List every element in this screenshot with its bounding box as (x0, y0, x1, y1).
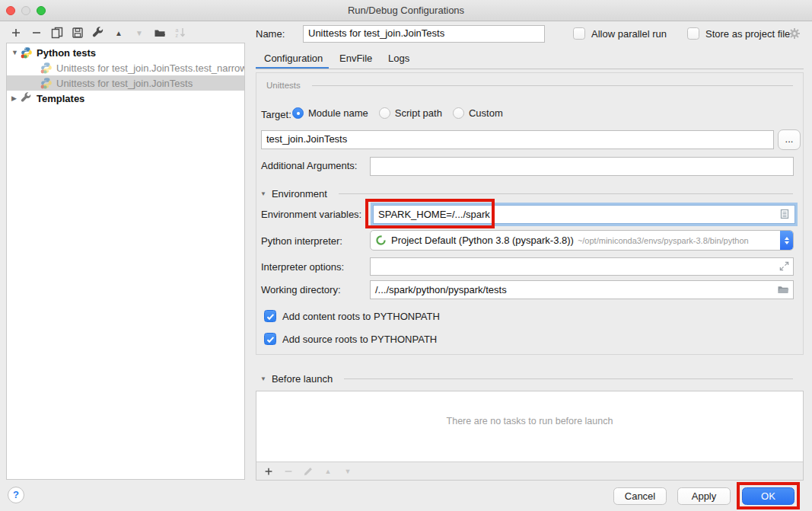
templates-wrench-icon (21, 92, 33, 104)
module-name-radio-label[interactable]: Module name (308, 107, 368, 119)
script-path-radio-label[interactable]: Script path (395, 107, 442, 119)
custom-radio-label[interactable]: Custom (469, 107, 503, 119)
add-source-roots-label[interactable]: Add source roots to PYTHONPATH (282, 334, 437, 345)
tree-item-label: Templates (37, 93, 84, 104)
svg-text:a: a (176, 27, 179, 33)
before-launch-section-label: Before launch (272, 373, 333, 385)
before-launch-panel: There are no tasks to run before launch … (256, 391, 804, 481)
tree-item-unittest-narrow[interactable]: Unittests for test_join.JoinTests.test_n… (7, 60, 244, 75)
name-input[interactable]: Unittests for test_join.JoinTests (303, 25, 545, 43)
chevron-right-icon[interactable]: ▶ (11, 94, 21, 102)
folder-icon[interactable] (777, 283, 789, 295)
custom-radio[interactable] (453, 107, 464, 119)
remove-task-icon (282, 465, 295, 477)
working-directory-input[interactable]: /.../spark/python/pyspark/tests (370, 280, 794, 299)
target-radio-group: Module name Script path Custom (292, 107, 503, 119)
tree-item-unittest-jointests[interactable]: Unittests for test_join.JoinTests (7, 75, 244, 91)
additional-arguments-label: Additional Arguments: (261, 160, 357, 171)
store-as-project-file-label[interactable]: Store as project file (705, 28, 790, 40)
move-task-down-icon: ▼ (342, 465, 354, 477)
configurations-tree: ▼ Python tests Unittests for test_join.J… (6, 43, 245, 480)
store-as-project-file-checkbox[interactable] (687, 27, 699, 40)
tree-item-label: Python tests (37, 47, 96, 59)
sort-alphabetically-icon: az (174, 27, 186, 39)
tree-item-python-tests[interactable]: ▼ Python tests (7, 45, 244, 60)
tree-item-templates[interactable]: ▶ Templates (7, 91, 244, 106)
python-tests-icon (21, 46, 33, 59)
working-directory-label: Working directory: (261, 284, 341, 295)
move-up-icon[interactable]: ▲ (113, 27, 125, 39)
environment-section-line (339, 193, 793, 194)
environment-section-label: Environment (272, 188, 327, 200)
copy-icon[interactable] (51, 27, 63, 39)
module-name-radio[interactable] (292, 107, 304, 119)
run-debug-configurations-dialog: Run/Debug Configurations ▲ ▼ az ▼ Python… (0, 0, 812, 511)
add-content-roots-checkbox[interactable] (264, 310, 276, 322)
add-icon[interactable] (10, 27, 22, 39)
interpreter-options-input[interactable] (370, 257, 794, 276)
python-interpreter-path: ~/opt/miniconda3/envs/pyspark-3.8/bin/py… (578, 236, 780, 245)
script-path-radio[interactable] (379, 107, 390, 119)
ok-button-annotation-box (737, 482, 800, 509)
tab-logs[interactable]: Logs (388, 53, 409, 64)
tree-item-label: Unittests for test_join.JoinTests.test_n… (56, 62, 244, 74)
python-interpreter-select[interactable]: Project Default (Python 3.8 (pyspark-3.8… (370, 230, 794, 251)
tree-item-label: Unittests for test_join.JoinTests (56, 78, 193, 89)
configurations-toolbar: ▲ ▼ az (10, 25, 186, 40)
additional-arguments-input[interactable] (370, 157, 794, 176)
chevron-down-icon[interactable]: ▼ (260, 190, 266, 197)
add-task-icon[interactable] (263, 465, 275, 477)
before-launch-task-list[interactable]: There are no tasks to run before launch (256, 391, 803, 462)
move-down-icon: ▼ (133, 27, 145, 39)
gear-icon (788, 27, 801, 40)
window-title: Run/Debug Configurations (0, 5, 812, 16)
before-launch-section-line (344, 378, 793, 379)
before-launch-section-header[interactable]: ▼ Before launch (260, 373, 333, 385)
chevron-down-icon[interactable]: ▼ (260, 375, 266, 382)
edit-task-pencil-icon (302, 465, 314, 477)
tabs-separator (256, 69, 804, 69)
add-content-roots-label[interactable]: Add content roots to PYTHONPATH (282, 311, 440, 322)
python-interpreter-value: Project Default (Python 3.8 (pyspark-3.8… (391, 235, 574, 246)
dropdown-stepper-icon[interactable] (780, 231, 793, 250)
target-label: Target: (261, 109, 291, 120)
edit-templates-wrench-icon[interactable] (92, 27, 104, 39)
titlebar[interactable]: Run/Debug Configurations (0, 0, 812, 21)
python-test-icon (40, 62, 53, 74)
expand-field-icon[interactable] (779, 260, 791, 273)
conda-environment-icon (375, 235, 387, 247)
name-label: Name: (256, 28, 285, 40)
python-interpreter-label: Python interpreter: (261, 235, 342, 247)
cancel-button[interactable]: Cancel (613, 487, 667, 505)
module-name-input[interactable]: test_join.JoinTests (261, 130, 774, 149)
add-source-roots-checkbox[interactable] (264, 333, 276, 345)
chevron-down-icon[interactable]: ▼ (11, 49, 21, 56)
tab-envfile[interactable]: EnvFile (339, 53, 372, 64)
browse-environment-variables-icon[interactable] (779, 208, 791, 220)
unittests-group-line (312, 85, 793, 86)
svg-text:z: z (176, 33, 179, 38)
help-button[interactable]: ? (8, 487, 24, 503)
allow-parallel-run-label[interactable]: Allow parallel run (591, 28, 667, 40)
unittests-group-label: Unittests (266, 81, 301, 90)
move-task-up-icon: ▲ (322, 465, 334, 477)
tab-configuration[interactable]: Configuration (264, 53, 323, 64)
before-launch-empty-text: There are no tasks to run before launch (256, 416, 803, 426)
remove-icon[interactable] (30, 27, 43, 39)
apply-button[interactable]: Apply (677, 487, 731, 505)
save-icon[interactable] (72, 27, 84, 39)
before-launch-toolbar: ▲ ▼ (263, 465, 354, 477)
environment-variables-label: Environment variables: (261, 209, 361, 220)
python-test-icon (40, 77, 53, 89)
allow-parallel-run-checkbox[interactable] (573, 27, 585, 40)
browse-module-button[interactable]: ... (778, 129, 801, 150)
environment-section-header[interactable]: ▼ Environment (260, 188, 327, 200)
env-vars-annotation-box (365, 199, 495, 228)
new-folder-icon[interactable] (154, 27, 166, 39)
interpreter-options-label: Interpreter options: (261, 261, 344, 273)
